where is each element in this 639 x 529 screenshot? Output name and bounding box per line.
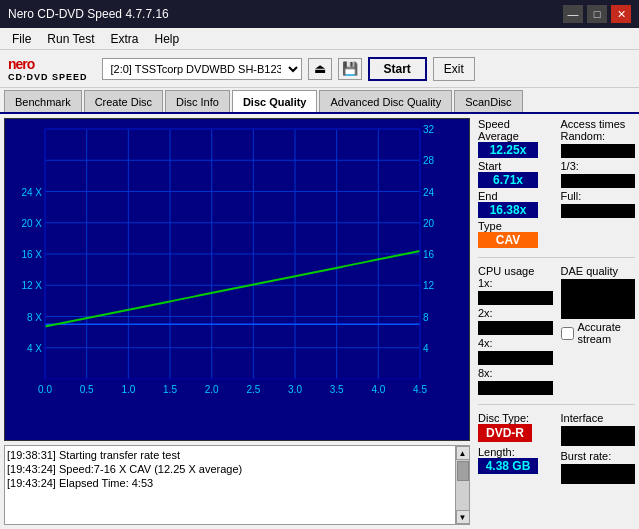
menu-run-test[interactable]: Run Test [39,30,102,48]
cpu-1x-row: 1x: [478,277,553,305]
start-value: 6.71x [478,172,538,188]
one-third-label: 1/3: [561,160,636,172]
disc-type-label: Disc Type: [478,412,553,424]
tab-advanced-disc-quality[interactable]: Advanced Disc Quality [319,90,452,112]
disc-interface-section: Disc Type: DVD-R Length: 4.38 GB Interfa… [478,412,635,484]
interface-section: Interface Burst rate: [561,412,636,484]
menu-extra[interactable]: Extra [102,30,146,48]
close-button[interactable]: ✕ [611,5,631,23]
scroll-up-button[interactable]: ▲ [456,446,470,460]
start-label: Start [478,160,553,172]
type-label: Type [478,220,553,232]
app-title: Nero CD-DVD Speed 4.7.7.16 [8,7,169,21]
cpu-1x-label: 1x: [478,277,553,289]
disc-section: Disc Type: DVD-R Length: 4.38 GB [478,412,553,484]
cpu-1x-value [478,291,553,305]
one-third-row: 1/3: [561,160,636,188]
log-scrollbar[interactable]: ▲ ▼ [455,446,469,524]
window-controls: — □ ✕ [563,5,631,23]
end-value: 16.38x [478,202,538,218]
tab-disc-quality[interactable]: Disc Quality [232,90,318,112]
logo-nero: nero [8,56,88,72]
end-row: End 16.38x [478,190,553,218]
start-row: Start 6.71x [478,160,553,188]
cpu-2x-value [478,321,553,335]
accurate-stream-label: Accurate stream [578,321,636,345]
toolbar: nero CD·DVD SPEED [2:0] TSSTcorp DVDWBD … [0,50,639,88]
access-times-section: Access times Random: 1/3: Full: [561,118,636,250]
type-value: CAV [478,232,538,248]
maximize-button[interactable]: □ [587,5,607,23]
tab-benchmark[interactable]: Benchmark [4,90,82,112]
cpu-8x-label: 8x: [478,367,553,379]
tab-scan-disc[interactable]: ScanDisc [454,90,522,112]
main-area: [19:38:31] Starting transfer rate test [… [0,114,639,529]
accurate-stream-row: Accurate stream [561,321,636,345]
cpu-4x-row: 4x: [478,337,553,365]
length-row: Length: 4.38 GB [478,446,553,474]
eject-icon-button[interactable]: ⏏ [308,58,332,80]
cpu-2x-label: 2x: [478,307,553,319]
speed-label: Speed [478,118,553,130]
start-button[interactable]: Start [368,57,427,81]
type-row: Type CAV [478,220,553,248]
one-third-value [561,174,636,188]
average-row: Average 12.25x [478,130,553,158]
cpu-8x-value [478,381,553,395]
interface-label: Interface [561,412,636,424]
tab-disc-info[interactable]: Disc Info [165,90,230,112]
length-label: Length: [478,446,553,458]
full-label: Full: [561,190,636,202]
titlebar: Nero CD-DVD Speed 4.7.7.16 — □ ✕ [0,0,639,28]
save-icon-button[interactable]: 💾 [338,58,362,80]
minimize-button[interactable]: — [563,5,583,23]
scroll-down-button[interactable]: ▼ [456,510,470,524]
scroll-thumb[interactable] [457,461,469,481]
cpu-usage-label: CPU usage [478,265,553,277]
cpu-section: CPU usage 1x: 2x: 4x: 8x: [478,265,553,397]
burst-rate-value [561,464,636,484]
end-label: End [478,190,553,202]
burst-rate-label: Burst rate: [561,450,636,462]
cpu-8x-row: 8x: [478,367,553,395]
scroll-track [456,460,469,510]
menubar: File Run Test Extra Help [0,28,639,50]
length-value: 4.38 GB [478,458,538,474]
right-panel: Speed Average 12.25x Start 6.71x End 16.… [474,114,639,529]
cpu-4x-value [478,351,553,365]
log-area: [19:38:31] Starting transfer rate test [… [4,445,470,525]
dae-quality-value [561,279,636,319]
speed-section: Speed Average 12.25x Start 6.71x End 16.… [478,118,553,250]
logo-sub: CD·DVD SPEED [8,72,88,82]
full-value [561,204,636,218]
log-line-1: [19:38:31] Starting transfer rate test [7,448,453,462]
average-value: 12.25x [478,142,538,158]
divider-2 [478,404,635,405]
cpu-2x-row: 2x: [478,307,553,335]
disc-type-value: DVD-R [478,424,532,442]
drive-select[interactable]: [2:0] TSSTcorp DVDWBD SH-B123L SB04 [102,58,302,80]
interface-value [561,426,636,446]
random-label: Random: [561,130,636,142]
random-value [561,144,636,158]
chart-wrapper [4,118,470,441]
random-row: Random: [561,130,636,158]
log-line-3: [19:43:24] Elapsed Time: 4:53 [7,476,453,490]
speed-access-section: Speed Average 12.25x Start 6.71x End 16.… [478,118,635,250]
dae-quality-label: DAE quality [561,265,636,277]
menu-help[interactable]: Help [147,30,188,48]
exit-button[interactable]: Exit [433,57,475,81]
logo: nero CD·DVD SPEED [8,56,88,82]
average-label: Average [478,130,553,142]
cpu-dae-section: CPU usage 1x: 2x: 4x: 8x: [478,265,635,397]
dae-section: DAE quality Accurate stream [561,265,636,397]
tab-bar: Benchmark Create Disc Disc Info Disc Qua… [0,88,639,114]
cpu-4x-label: 4x: [478,337,553,349]
log-line-2: [19:43:24] Speed:7-16 X CAV (12.25 X ave… [7,462,453,476]
access-times-label: Access times [561,118,636,130]
tab-create-disc[interactable]: Create Disc [84,90,163,112]
menu-file[interactable]: File [4,30,39,48]
speed-chart [5,119,455,409]
divider-1 [478,257,635,258]
accurate-stream-checkbox[interactable] [561,327,574,340]
